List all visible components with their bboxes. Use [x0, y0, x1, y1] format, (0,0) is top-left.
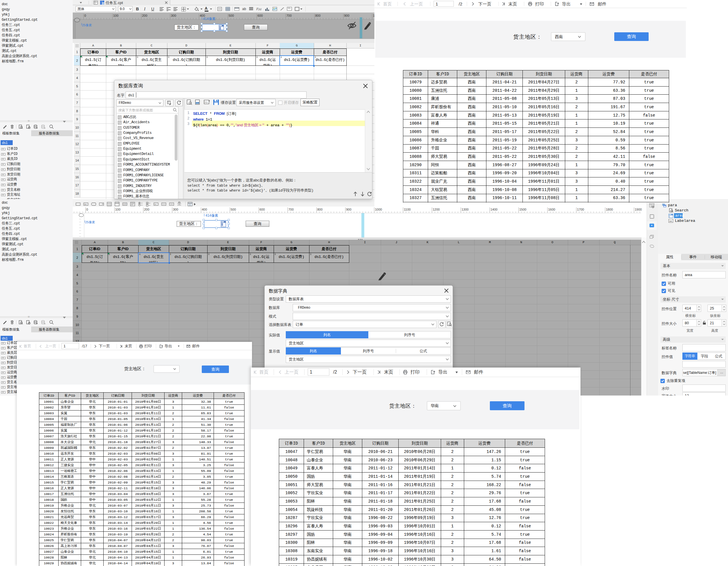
svg-text:SQL: SQL: [205, 101, 208, 103]
svg-text:123: 123: [123, 203, 126, 205]
svg-text:lab: lab: [669, 220, 672, 223]
svg-text:lab: lab: [84, 203, 87, 205]
svg-text:SQL: SQL: [196, 102, 199, 104]
svg-text:txt: txt: [154, 203, 156, 205]
